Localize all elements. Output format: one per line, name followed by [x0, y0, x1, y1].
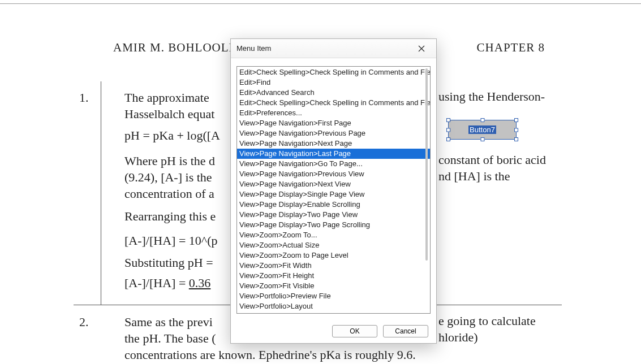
body-text: Where pH is the d	[124, 153, 215, 170]
menu-item[interactable]: View>Page Navigation>Previous View	[237, 169, 430, 179]
dialog-title: Menu Item	[236, 39, 271, 58]
underlined-value: 0.36	[189, 276, 211, 290]
menu-item[interactable]: View>Page Display>Single Page View	[237, 189, 430, 200]
body-text: concentrations are known. Ephedrine's pK…	[124, 346, 416, 363]
body-text: the pH. The base (	[124, 330, 216, 347]
menu-item[interactable]: Edit>Find	[237, 77, 430, 88]
menu-item[interactable]: View>Zoom>Fit Visible	[237, 281, 430, 291]
body-text: Substituting pH =	[124, 254, 213, 271]
dialog-button-row: OK Cancel	[231, 325, 436, 337]
resize-handle[interactable]	[514, 137, 518, 141]
menu-item[interactable]: Edit>Check Spelling>Check Spelling in Co…	[237, 98, 430, 108]
form-field-button7[interactable]: Button7	[448, 120, 517, 140]
list-number-2: 2.	[79, 314, 89, 331]
menu-item[interactable]: View>Page Navigation>Next View	[237, 179, 430, 189]
menu-item[interactable]: View>Page Navigation>Previous Page	[237, 128, 430, 138]
body-text: [A-]/[HA] =	[124, 276, 189, 290]
cancel-button[interactable]: Cancel	[383, 325, 428, 337]
body-text: Same as the previ	[124, 314, 213, 331]
menu-item[interactable]: View>Page Display>Two Page View	[237, 210, 430, 220]
menu-item[interactable]: View>Zoom>Fit Height	[237, 271, 430, 281]
resize-handle[interactable]	[446, 118, 450, 122]
ok-button[interactable]: OK	[332, 325, 377, 337]
body-text: hloride)	[438, 330, 478, 345]
menu-item[interactable]: View>Page Navigation>Next Page	[237, 138, 430, 149]
body-text: concentration of a	[124, 185, 214, 202]
body-text: The approximate	[124, 89, 212, 106]
body-text: using the Henderson-	[438, 89, 545, 104]
menu-item[interactable]: View>Portfolio>Preview File	[237, 291, 430, 301]
resize-handle[interactable]	[480, 137, 484, 141]
form-field-label: Button7	[468, 125, 496, 134]
menu-item[interactable]: View>Zoom>Actual Size	[237, 240, 430, 250]
close-icon	[418, 45, 425, 52]
scrollbar[interactable]	[424, 67, 429, 313]
doc-header-chapter: CHAPTER 8	[477, 41, 545, 55]
menu-item[interactable]: View>Page Display>Two Page Scrolling	[237, 220, 430, 230]
menu-item[interactable]: Edit>Advanced Search	[237, 88, 430, 98]
body-text: [A-]/[HA] = 0.36	[124, 275, 210, 292]
resize-handle[interactable]	[446, 137, 450, 141]
menu-item[interactable]: View>Page Navigation>Last Page	[237, 149, 430, 159]
menu-item[interactable]: View>Portfolio>Layout	[237, 301, 430, 311]
menu-item[interactable]: View>Zoom>Zoom To...	[237, 230, 430, 240]
body-text: e going to calculate	[438, 314, 536, 328]
margin-rule	[101, 81, 101, 305]
menu-item[interactable]: Edit>Check Spelling>Check Spelling in Co…	[237, 67, 430, 77]
doc-header-author: AMIR M. BOHLOOLI	[113, 41, 234, 55]
body-text: Rearranging this e	[124, 208, 216, 225]
close-button[interactable]	[411, 41, 432, 56]
menu-item[interactable]: View>Page Display>Enable Scrolling	[237, 200, 430, 210]
list-number-1: 1.	[79, 89, 89, 106]
body-text: constant of boric acid	[438, 153, 546, 167]
body-text: Hasselbalch equat	[124, 106, 214, 123]
scrollbar-thumb[interactable]	[425, 68, 428, 261]
body-text: pH = pKa + log([A	[124, 127, 220, 144]
menu-item[interactable]: View>Zoom>Fit Width	[237, 261, 430, 271]
body-text: (9.24), [A-] is the	[124, 169, 215, 186]
menu-item[interactable]: View>Page Navigation>Go To Page...	[237, 159, 430, 169]
menu-item[interactable]: Edit>Preferences...	[237, 108, 430, 118]
menu-item[interactable]: View>Page Navigation>First Page	[237, 118, 430, 128]
dialog-titlebar[interactable]: Menu Item	[231, 39, 436, 58]
resize-handle[interactable]	[480, 118, 484, 122]
resize-handle[interactable]	[446, 128, 450, 132]
menu-item[interactable]: View>Zoom>Zoom to Page Level	[237, 250, 430, 261]
menu-item-listbox[interactable]: Edit>Check Spelling>Check Spelling in Co…	[236, 66, 431, 314]
resize-handle[interactable]	[514, 118, 518, 122]
body-text: nd [HA] is the	[438, 169, 510, 184]
resize-handle[interactable]	[514, 128, 518, 132]
body-text: [A-]/[HA] = 10^(p	[124, 232, 217, 249]
menu-item-dialog: Menu Item Edit>Check Spelling>Check Spel…	[230, 38, 437, 344]
